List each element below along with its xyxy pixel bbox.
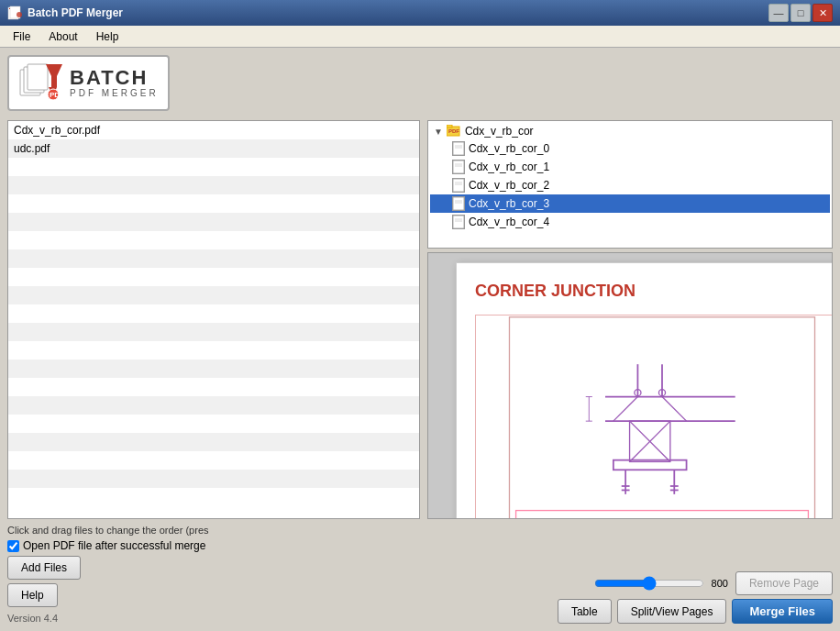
svg-rect-53 [516, 511, 809, 519]
tree-item-0[interactable]: Cdx_v_rb_cor_0 [430, 139, 830, 158]
logo-subtitle-text: PDF MERGER [70, 88, 159, 98]
bottom-bar: Click and drag files to change the order… [7, 525, 833, 624]
svg-rect-24 [453, 197, 464, 210]
remove-page-button[interactable]: Remove Page [735, 571, 833, 595]
tree-item-label-0: Cdx_v_rb_cor_0 [469, 142, 549, 155]
tree-item-4[interactable]: Cdx_v_rb_cor_4 [430, 213, 830, 231]
svg-rect-21 [453, 179, 464, 192]
engineering-drawing: Scale: 1:10 [475, 315, 833, 519]
right-panel: ▼ PDF Cdx_v_rb_cor Cdx_v_rb_cor_0 [427, 120, 833, 519]
svg-line-35 [613, 397, 638, 422]
table-button[interactable]: Table [558, 599, 612, 624]
file-list-item [8, 286, 419, 304]
logo-area: PDF BATCH PDF MERGER [7, 55, 833, 111]
preview-page-content: CORNER JUNCTION [457, 263, 833, 519]
svg-rect-30 [509, 317, 814, 519]
tree-item-1[interactable]: Cdx_v_rb_cor_1 [430, 158, 830, 176]
page-icon [452, 196, 465, 211]
page-icon [452, 178, 465, 193]
file-list-item [8, 323, 419, 341]
preview-area: CORNER JUNCTION [427, 252, 833, 519]
pdf-folder-icon: PDF [447, 125, 461, 138]
svg-rect-6 [28, 64, 48, 90]
file-list-item [8, 268, 419, 286]
status-bar: Click and drag files to change the order… [7, 525, 833, 536]
svg-text:PDF: PDF [50, 91, 64, 99]
file-list-item [8, 470, 419, 488]
open-after-merge-label: Open PDF file after successful merge [23, 539, 205, 552]
svg-rect-15 [453, 142, 464, 155]
svg-marker-7 [46, 64, 62, 76]
file-list-item [8, 433, 419, 451]
drag-status-text: Click and drag files to change the order… [7, 525, 209, 536]
menu-about[interactable]: About [39, 28, 86, 45]
tree-item-label-2: Cdx_v_rb_cor_2 [469, 179, 549, 192]
file-list-item [8, 304, 419, 323]
tree-root-label: Cdx_v_rb_cor [465, 125, 534, 138]
page-icon [452, 141, 465, 156]
logo-icon: PDF [18, 62, 64, 104]
logo-container: PDF BATCH PDF MERGER [7, 55, 170, 111]
add-files-button[interactable]: Add Files [7, 556, 81, 580]
menu-bar: File About Help [0, 26, 840, 48]
minimize-button[interactable]: — [768, 4, 789, 22]
logo-text: BATCH PDF MERGER [70, 68, 159, 98]
file-list[interactable]: Cdx_v_rb_cor.pdf udc.pdf [7, 120, 420, 519]
title-bar: Batch PDF Merger — □ ✕ [0, 0, 840, 26]
page-icon [452, 160, 465, 174]
file-list-item [8, 194, 419, 213]
tree-item-label-3: Cdx_v_rb_cor_3 [469, 197, 549, 210]
file-list-item [8, 231, 419, 249]
tree-view[interactable]: ▼ PDF Cdx_v_rb_cor Cdx_v_rb_cor_0 [427, 120, 833, 249]
svg-rect-13 [447, 125, 452, 127]
version-label: Version 4.4 [7, 613, 81, 624]
svg-rect-27 [453, 216, 464, 228]
logo-batch-text: BATCH [70, 68, 159, 88]
panels-row: Cdx_v_rb_cor.pdf udc.pdf [7, 120, 833, 519]
file-list-item [8, 378, 419, 396]
preview-page-title: CORNER JUNCTION [475, 282, 833, 301]
zoom-value: 800 [712, 578, 728, 589]
tree-item-label-1: Cdx_v_rb_cor_1 [469, 161, 549, 173]
close-button[interactable]: ✕ [812, 4, 833, 22]
svg-line-36 [662, 397, 687, 422]
svg-rect-2 [9, 8, 10, 9]
checkbox-row: Open PDF file after successful merge [7, 539, 833, 552]
left-panel: Cdx_v_rb_cor.pdf udc.pdf [7, 120, 420, 519]
menu-help[interactable]: Help [87, 28, 128, 45]
pdf-preview: CORNER JUNCTION [456, 262, 833, 519]
tree-item-2[interactable]: Cdx_v_rb_cor_2 [430, 176, 830, 194]
window-controls: — □ ✕ [768, 4, 833, 22]
maximize-button[interactable]: □ [790, 4, 811, 22]
help-button[interactable]: Help [7, 583, 58, 607]
tree-root-item[interactable]: ▼ PDF Cdx_v_rb_cor [430, 123, 830, 139]
file-list-item [8, 249, 419, 268]
page-icon [452, 215, 465, 229]
tree-item-3[interactable]: Cdx_v_rb_cor_3 [430, 194, 830, 213]
split-view-button[interactable]: Split/View Pages [617, 599, 727, 624]
menu-file[interactable]: File [4, 28, 39, 45]
file-list-item [8, 158, 419, 176]
tree-item-label-4: Cdx_v_rb_cor_4 [469, 216, 549, 228]
file-list-item[interactable]: udc.pdf [8, 139, 419, 158]
svg-rect-18 [453, 161, 464, 173]
open-after-merge-checkbox[interactable] [7, 540, 19, 552]
file-list-item [8, 415, 419, 433]
merge-files-button[interactable]: Merge Files [732, 599, 833, 624]
file-list-item [8, 360, 419, 378]
svg-rect-8 [51, 76, 57, 87]
file-list-item[interactable]: Cdx_v_rb_cor.pdf [8, 121, 419, 139]
svg-point-3 [17, 12, 22, 17]
file-list-item [8, 341, 419, 360]
bottom-buttons-row: Add Files Help Version 4.4 800 Remove Pa… [7, 556, 833, 624]
file-list-item [8, 396, 419, 415]
window-title: Batch PDF Merger [28, 6, 123, 19]
svg-text:PDF: PDF [448, 128, 459, 134]
file-list-item [8, 451, 419, 470]
tree-arrow-icon: ▼ [434, 127, 443, 137]
zoom-slider[interactable] [594, 576, 704, 591]
main-content: PDF BATCH PDF MERGER Cdx_v_rb_cor.pdf ud… [0, 48, 840, 631]
app-icon [7, 6, 22, 20]
file-list-item [8, 176, 419, 194]
file-list-item [8, 213, 419, 231]
